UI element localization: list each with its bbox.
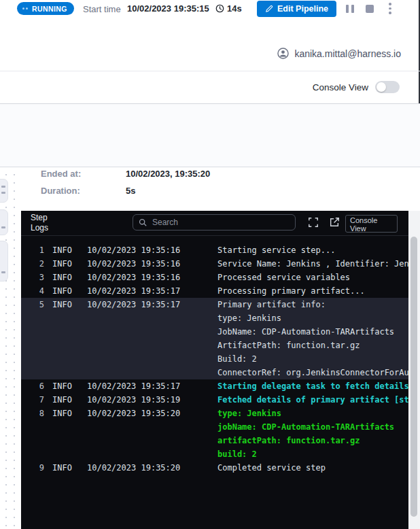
log-line: 9 INFO 10/02/2023 19:35:20 Completed ser… — [21, 461, 408, 475]
log-line-level: INFO — [52, 393, 75, 407]
vertical-scrollbar-thumb[interactable] — [410, 237, 417, 517]
log-line-message: artifactPath: function.tar.gz — [217, 434, 360, 447]
log-line-message: Processing primary artifact... — [217, 284, 365, 298]
vertical-scrollbar-track[interactable] — [408, 211, 420, 529]
log-search-box — [133, 214, 296, 231]
divider — [0, 71, 420, 71]
console-view-row: Console View — [313, 81, 400, 93]
running-dots-icon — [22, 7, 28, 10]
stop-icon[interactable] — [366, 5, 374, 13]
kebab-menu-icon[interactable] — [389, 3, 391, 14]
log-line-message: JobName: CDP-Automation-TARArtifacts — [217, 325, 394, 339]
log-line: 5 INFO 10/02/2023 19:35:17 Primary artif… — [21, 298, 408, 311]
log-line: 4 INFO 10/02/2023 19:35:17 Processing pr… — [21, 284, 408, 298]
elapsed-time-value: 14s — [227, 3, 242, 14]
log-line-number[interactable]: 8 — [21, 407, 44, 420]
edit-pipeline-label: Edit Pipeline — [277, 4, 328, 14]
log-line-number[interactable]: 2 — [21, 257, 44, 271]
log-line-message: build: 2 — [217, 447, 257, 461]
log-panel-title: Step Logs — [31, 213, 59, 233]
log-line-timestamp: 10/02/2023 19:35:17 — [87, 379, 182, 393]
step-logs-panel: Step Logs Console View 1 INFO 10/02/2023… — [21, 211, 408, 529]
log-line-message: type: Jenkins — [217, 311, 281, 325]
log-line-level: INFO — [52, 257, 75, 271]
pencil-icon — [265, 5, 273, 13]
pipeline-node-card[interactable] — [0, 241, 8, 281]
log-line-message: jobName: CDP-Automation-TARArtifacts — [217, 420, 394, 434]
pipeline-node-card[interactable] — [0, 179, 8, 203]
log-line: 8 INFO 10/02/2023 19:35:20 type: Jenkins — [21, 407, 408, 420]
log-line-number[interactable]: 3 — [21, 271, 44, 284]
edit-pipeline-button[interactable]: Edit Pipeline — [257, 1, 336, 17]
log-line-level: INFO — [52, 461, 75, 475]
log-line-level: INFO — [52, 284, 75, 298]
user-email: kanika.mittal@harness.io — [294, 48, 401, 59]
log-line-level: INFO — [52, 379, 75, 393]
log-line: 1 INFO 10/02/2023 19:35:16 Starting serv… — [21, 243, 408, 257]
log-line-message: Processed service variables — [217, 271, 350, 284]
log-line-message: Fetched details of primary artifact [st — [217, 393, 408, 407]
log-line-message: ArtifactPath: function.tar.gz — [217, 339, 360, 352]
status-badge-label: RUNNING — [32, 5, 67, 13]
duration-label: Duration: — [41, 186, 80, 196]
log-line: 6 INFO 10/02/2023 19:35:17 Starting dele… — [21, 379, 408, 393]
log-line-number[interactable]: 7 — [21, 393, 44, 407]
log-continuation-line: jobName: CDP-Automation-TARArtifacts — [21, 420, 408, 434]
log-continuation-line: Build: 2 — [21, 352, 408, 366]
log-line-level: INFO — [52, 271, 75, 284]
log-line-number[interactable]: 1 — [21, 243, 44, 257]
log-line-message: Service Name: Jenkins , Identifier: Jen — [217, 257, 408, 271]
log-line-number[interactable]: 9 — [21, 461, 44, 475]
log-line-timestamp: 10/02/2023 19:35:19 — [87, 393, 182, 407]
log-line-number[interactable]: 6 — [21, 379, 44, 393]
log-line-timestamp: 10/02/2023 19:35:20 — [87, 407, 182, 420]
pipeline-node-card[interactable] — [0, 209, 8, 235]
log-line: 7 INFO 10/02/2023 19:35:19 Fetched detai… — [21, 393, 408, 407]
ended-at-value: 10/02/2023, 19:35:20 — [126, 169, 210, 179]
user-account: kanika.mittal@harness.io — [277, 48, 401, 59]
log-line-timestamp: 10/02/2023 19:35:20 — [87, 461, 182, 475]
log-continuation-line: build: 2 — [21, 447, 408, 461]
log-line-number[interactable]: 5 — [21, 298, 44, 311]
log-body: 1 INFO 10/02/2023 19:35:16 Starting serv… — [21, 236, 408, 475]
pipeline-canvas-band — [0, 104, 420, 167]
log-continuation-line: JobName: CDP-Automation-TARArtifacts — [21, 325, 408, 339]
log-line-message: type: Jenkins — [217, 407, 281, 420]
pipeline-graph-strip — [0, 167, 22, 529]
log-line-timestamp: 10/02/2023 19:35:16 — [87, 243, 182, 257]
duration-value: 5s — [126, 186, 135, 196]
log-line-level: INFO — [52, 298, 75, 311]
external-link-icon[interactable] — [328, 216, 340, 228]
log-continuation-line: artifactPath: function.tar.gz — [21, 434, 408, 447]
log-line-message: Primary artifact info: — [217, 298, 326, 311]
start-time-label: Start time — [83, 4, 121, 14]
log-search-input[interactable] — [151, 217, 290, 228]
status-badge: RUNNING — [17, 2, 74, 15]
console-view-button[interactable]: Console View — [345, 215, 398, 233]
console-view-label: Console View — [313, 82, 368, 92]
log-line-level: INFO — [52, 243, 75, 257]
fullscreen-icon[interactable] — [307, 216, 319, 228]
log-panel-header: Step Logs Console View — [21, 211, 408, 236]
user-avatar-icon — [277, 48, 289, 59]
pause-icon[interactable] — [346, 5, 354, 13]
step-details-card: Ended at: 10/02/2023, 19:35:20 Duration:… — [21, 167, 420, 211]
console-view-toggle[interactable] — [375, 81, 400, 93]
log-line-message: Completed service step — [217, 461, 326, 475]
search-icon — [139, 218, 147, 226]
elapsed-time: 14s — [215, 3, 242, 14]
log-line-message: Starting service step... — [217, 243, 335, 257]
clock-icon — [215, 4, 224, 13]
log-line-timestamp: 10/02/2023 19:35:17 — [87, 284, 182, 298]
start-time-value: 10/02/2023 19:35:15 — [127, 3, 209, 14]
log-continuation-line: ArtifactPath: function.tar.gz — [21, 339, 408, 352]
log-line: 2 INFO 10/02/2023 19:35:16 Service Name:… — [21, 257, 408, 271]
log-line-timestamp: 10/02/2023 19:35:16 — [87, 271, 182, 284]
log-line-message: Starting delegate task to fetch details — [217, 379, 408, 393]
top-bar: RUNNING Start time 10/02/2023 19:35:15 1… — [0, 0, 420, 18]
log-line-number[interactable]: 4 — [21, 284, 44, 298]
log-continuation-line: ConnectorRef: org.JenkinsConnectorForAu — [21, 366, 408, 379]
log-line: 3 INFO 10/02/2023 19:35:16 Processed ser… — [21, 271, 408, 284]
log-line-timestamp: 10/02/2023 19:35:17 — [87, 298, 182, 311]
log-continuation-line: type: Jenkins — [21, 311, 408, 325]
